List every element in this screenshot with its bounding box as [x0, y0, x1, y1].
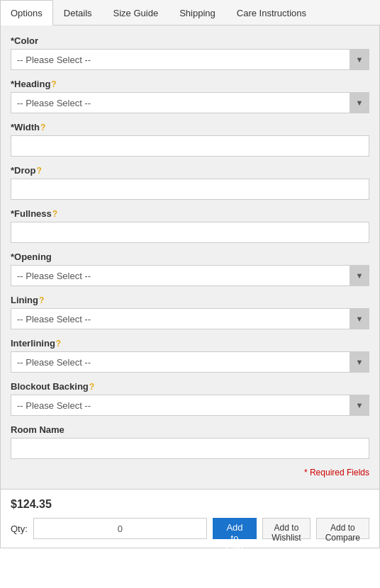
- fullness-input[interactable]: [11, 222, 369, 243]
- tab-care-instructions[interactable]: Care Instructions: [226, 0, 317, 26]
- cart-section: $124.35 Qty: Add to Cart Add to Wishlist…: [0, 490, 380, 548]
- drop-input[interactable]: [11, 179, 369, 200]
- tab-details[interactable]: Details: [53, 0, 103, 26]
- qty-input[interactable]: [33, 518, 207, 539]
- options-panel: *Color -- Please Select -- ▼ *Heading? -…: [0, 26, 380, 490]
- width-label: *Width?: [11, 122, 45, 132]
- interlining-help-icon[interactable]: ?: [56, 339, 61, 349]
- fullness-help-icon[interactable]: ?: [52, 209, 57, 219]
- lining-select-wrapper: -- Please Select -- ▼: [11, 308, 369, 329]
- blockout-select[interactable]: -- Please Select --: [11, 395, 369, 416]
- fullness-field-group: *Fullness?: [11, 208, 369, 243]
- color-select[interactable]: -- Please Select --: [11, 49, 369, 70]
- room-name-input[interactable]: [11, 438, 369, 459]
- add-to-cart-button[interactable]: Add to Cart: [213, 518, 257, 539]
- lining-field-group: Lining? -- Please Select -- ▼: [11, 295, 369, 329]
- fullness-label: *Fullness?: [11, 208, 57, 219]
- blockout-field-group: Blockout Backing? -- Please Select -- ▼: [11, 381, 369, 416]
- lining-help-icon[interactable]: ?: [39, 295, 44, 305]
- add-to-compare-button[interactable]: Add to Compare: [316, 518, 369, 539]
- required-fields-note: * Required Fields: [11, 468, 369, 477]
- blockout-select-wrapper: -- Please Select -- ▼: [11, 395, 369, 416]
- drop-label: *Drop?: [11, 165, 42, 176]
- tab-shipping[interactable]: Shipping: [169, 0, 226, 26]
- opening-select-wrapper: -- Please Select -- ▼: [11, 265, 369, 286]
- heading-help-icon[interactable]: ?: [51, 79, 56, 89]
- heading-label: *Heading?: [11, 79, 57, 89]
- opening-field-group: *Opening -- Please Select -- ▼: [11, 251, 369, 286]
- room-name-label: Room Name: [11, 424, 65, 435]
- drop-help-icon[interactable]: ?: [36, 166, 41, 176]
- cart-row: Qty: Add to Cart Add to Wishlist Add to …: [11, 518, 369, 539]
- blockout-label: Blockout Backing?: [11, 381, 94, 392]
- width-input[interactable]: [11, 135, 369, 157]
- qty-label: Qty:: [11, 524, 28, 534]
- tab-size-guide[interactable]: Size Guide: [103, 0, 169, 26]
- blockout-help-icon[interactable]: ?: [89, 382, 94, 392]
- width-field-group: *Width?: [11, 122, 369, 157]
- tab-bar: Options Details Size Guide Shipping Care…: [0, 0, 380, 26]
- room-name-field-group: Room Name: [11, 424, 369, 459]
- product-price: $124.35: [11, 498, 369, 511]
- interlining-label: Interlining?: [11, 338, 61, 349]
- heading-field-group: *Heading? -- Please Select -- ▼: [11, 79, 369, 113]
- drop-field-group: *Drop?: [11, 165, 369, 200]
- heading-select[interactable]: -- Please Select --: [11, 92, 369, 113]
- heading-select-wrapper: -- Please Select -- ▼: [11, 92, 369, 113]
- opening-select[interactable]: -- Please Select --: [11, 265, 369, 286]
- interlining-select-wrapper: -- Please Select -- ▼: [11, 351, 369, 373]
- tab-options[interactable]: Options: [0, 0, 53, 26]
- lining-select[interactable]: -- Please Select --: [11, 308, 369, 329]
- interlining-select[interactable]: -- Please Select --: [11, 351, 369, 373]
- opening-label: *Opening: [11, 251, 52, 262]
- width-help-icon[interactable]: ?: [40, 123, 45, 132]
- lining-label: Lining?: [11, 295, 44, 305]
- interlining-field-group: Interlining? -- Please Select -- ▼: [11, 338, 369, 373]
- color-select-wrapper: -- Please Select -- ▼: [11, 49, 369, 70]
- add-to-wishlist-button[interactable]: Add to Wishlist: [262, 518, 310, 539]
- color-field-group: *Color -- Please Select -- ▼: [11, 35, 369, 70]
- color-label: *Color: [11, 35, 38, 46]
